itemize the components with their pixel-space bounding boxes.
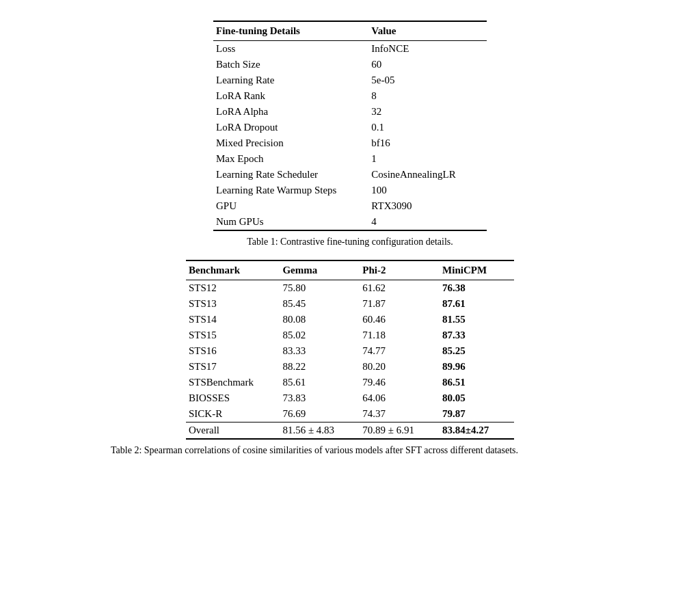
table2-col-minicpm: MiniCPM — [440, 260, 514, 280]
table1-cell-value: 1 — [368, 151, 487, 167]
table2-row: STS1275.8061.6276.38 — [186, 280, 514, 297]
table1-cell-detail: Loss — [213, 41, 368, 57]
table2-row: STS1683.3374.7785.25 — [186, 343, 514, 359]
table1-row: Mixed Precisionbf16 — [213, 135, 487, 151]
table2-cell-phi2: 64.06 — [360, 390, 440, 406]
table2-overall-row: Overall81.56 ± 4.8370.89 ± 6.9183.84±4.2… — [186, 423, 514, 440]
table1-row: Max Epoch1 — [213, 151, 487, 167]
table2-cell-minicpm: 89.96 — [440, 359, 514, 375]
table2-cell-minicpm: 87.61 — [440, 296, 514, 312]
table2-cell-gemma: 88.22 — [280, 359, 360, 375]
table1-cell-detail: Num GPUs — [213, 214, 368, 230]
table1-row: LoRA Rank8 — [213, 88, 487, 104]
table1-cell-detail: LoRA Dropout — [213, 120, 368, 135]
table1-col-value: Value — [368, 21, 487, 41]
table2-cell-benchmark: STS15 — [186, 327, 280, 343]
table1-cell-value: bf16 — [368, 135, 487, 151]
table1-cell-detail: Batch Size — [213, 57, 368, 72]
table1-row: LossInfoNCE — [213, 41, 487, 57]
table1-cell-value: 100 — [368, 183, 487, 198]
table2-row: STSBenchmark85.6179.4686.51 — [186, 375, 514, 390]
table2-cell-benchmark: STS14 — [186, 312, 280, 327]
table2-cell-benchmark: STS17 — [186, 359, 280, 375]
table2-row: STS1385.4571.8787.61 — [186, 296, 514, 312]
table2-cell-benchmark: STS13 — [186, 296, 280, 312]
table1-row: LoRA Alpha32 — [213, 104, 487, 120]
table2-overall-label: Overall — [186, 423, 280, 440]
page-container: Fine-tuning Details Value LossInfoNCEBat… — [111, 21, 589, 456]
table1-cell-detail: LoRA Rank — [213, 88, 368, 104]
table1-cell-detail: Learning Rate Scheduler — [213, 167, 368, 183]
table2-col-gemma: Gemma — [280, 260, 360, 280]
table1-header-row: Fine-tuning Details Value — [213, 21, 487, 41]
table2-cell-gemma: 83.33 — [280, 343, 360, 359]
table2-cell-phi2: 80.20 — [360, 359, 440, 375]
table1-row: Learning Rate Warmup Steps100 — [213, 183, 487, 198]
table1-cell-detail: Learning Rate — [213, 72, 368, 88]
table2-row: STS1788.2280.2089.96 — [186, 359, 514, 375]
table1-cell-value: 32 — [368, 104, 487, 120]
table2: Benchmark Gemma Phi-2 MiniCPM STS1275.80… — [186, 260, 514, 440]
table2-row: STS1585.0271.1887.33 — [186, 327, 514, 343]
table1-cell-value: 5e-05 — [368, 72, 487, 88]
table2-overall-minicpm: 83.84±4.27 — [440, 423, 514, 440]
table1-row: Learning Rate5e-05 — [213, 72, 487, 88]
table2-cell-phi2: 71.87 — [360, 296, 440, 312]
table2-cell-minicpm: 80.05 — [440, 390, 514, 406]
table2-row: SICK-R76.6974.3779.87 — [186, 406, 514, 423]
table2-cell-gemma: 85.45 — [280, 296, 360, 312]
table2-cell-phi2: 79.46 — [360, 375, 440, 390]
table1-cell-detail: Mixed Precision — [213, 135, 368, 151]
table2-header-row: Benchmark Gemma Phi-2 MiniCPM — [186, 260, 514, 280]
table1: Fine-tuning Details Value LossInfoNCEBat… — [213, 21, 487, 231]
table2-cell-phi2: 74.37 — [360, 406, 440, 423]
table1-row: Batch Size60 — [213, 57, 487, 72]
table2-col-benchmark: Benchmark — [186, 260, 280, 280]
table2-wrapper: Benchmark Gemma Phi-2 MiniCPM STS1275.80… — [111, 260, 589, 456]
table1-row: LoRA Dropout0.1 — [213, 120, 487, 135]
table2-row: STS1480.0860.4681.55 — [186, 312, 514, 327]
table2-cell-benchmark: STS16 — [186, 343, 280, 359]
table2-cell-phi2: 60.46 — [360, 312, 440, 327]
table1-cell-value: 4 — [368, 214, 487, 230]
table1-cell-value: 8 — [368, 88, 487, 104]
table1-wrapper: Fine-tuning Details Value LossInfoNCEBat… — [111, 21, 589, 247]
table1-cell-detail: Learning Rate Warmup Steps — [213, 183, 368, 198]
table2-row: BIOSSES73.8364.0680.05 — [186, 390, 514, 406]
table1-cell-value: 0.1 — [368, 120, 487, 135]
table2-cell-minicpm: 87.33 — [440, 327, 514, 343]
table1-cell-value: InfoNCE — [368, 41, 487, 57]
table1-cell-value: 60 — [368, 57, 487, 72]
table2-cell-benchmark: BIOSSES — [186, 390, 280, 406]
table1-col-detail: Fine-tuning Details — [213, 21, 368, 41]
table2-cell-benchmark: SICK-R — [186, 406, 280, 423]
table2-cell-benchmark: STS12 — [186, 280, 280, 297]
table2-overall-phi2: 70.89 ± 6.91 — [360, 423, 440, 440]
table2-cell-minicpm: 79.87 — [440, 406, 514, 423]
table1-cell-value: CosineAnnealingLR — [368, 167, 487, 183]
table2-cell-minicpm: 86.51 — [440, 375, 514, 390]
table2-cell-gemma: 75.80 — [280, 280, 360, 297]
table2-cell-phi2: 71.18 — [360, 327, 440, 343]
table2-cell-phi2: 74.77 — [360, 343, 440, 359]
table2-cell-gemma: 80.08 — [280, 312, 360, 327]
table2-cell-gemma: 76.69 — [280, 406, 360, 423]
table1-row: Num GPUs4 — [213, 214, 487, 230]
table1-cell-detail: GPU — [213, 198, 368, 214]
table2-cell-minicpm: 76.38 — [440, 280, 514, 297]
table2-cell-gemma: 85.61 — [280, 375, 360, 390]
table1-cell-detail: LoRA Alpha — [213, 104, 368, 120]
table2-cell-phi2: 61.62 — [360, 280, 440, 297]
table2-cell-benchmark: STSBenchmark — [186, 375, 280, 390]
table1-cell-value: RTX3090 — [368, 198, 487, 214]
table2-col-phi2: Phi-2 — [360, 260, 440, 280]
table1-caption: Table 1: Contrastive fine-tuning configu… — [247, 237, 453, 247]
table1-row: GPURTX3090 — [213, 198, 487, 214]
table1-row: Learning Rate SchedulerCosineAnnealingLR — [213, 167, 487, 183]
table1-cell-detail: Max Epoch — [213, 151, 368, 167]
table2-cell-minicpm: 81.55 — [440, 312, 514, 327]
table2-overall-gemma: 81.56 ± 4.83 — [280, 423, 360, 440]
table2-caption: Table 2: Spearman correlations of cosine… — [111, 445, 589, 456]
table2-cell-gemma: 73.83 — [280, 390, 360, 406]
table2-cell-minicpm: 85.25 — [440, 343, 514, 359]
